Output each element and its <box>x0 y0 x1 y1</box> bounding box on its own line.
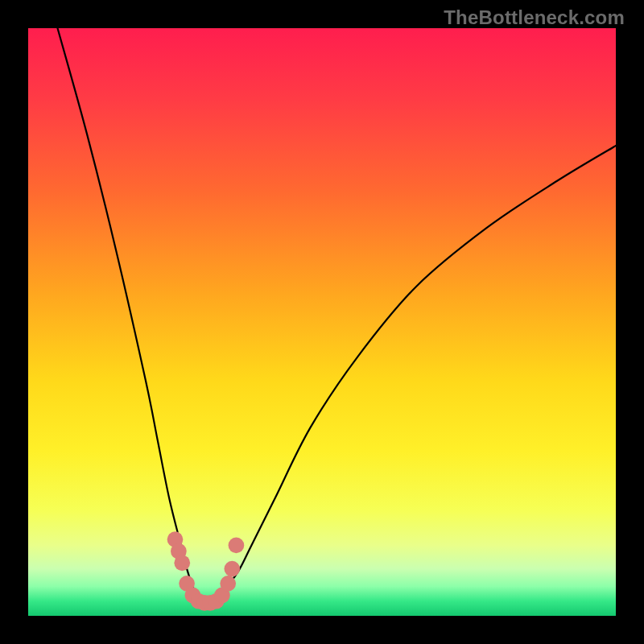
chart-frame: TheBottleneck.com <box>0 0 644 644</box>
highlight-dot <box>224 561 240 577</box>
bottleneck-curve <box>28 28 616 616</box>
watermark-text: TheBottleneck.com <box>444 6 625 29</box>
highlight-dot <box>174 555 190 571</box>
highlight-dot <box>229 538 245 554</box>
plot-area <box>28 28 616 616</box>
highlight-dot <box>220 576 236 592</box>
